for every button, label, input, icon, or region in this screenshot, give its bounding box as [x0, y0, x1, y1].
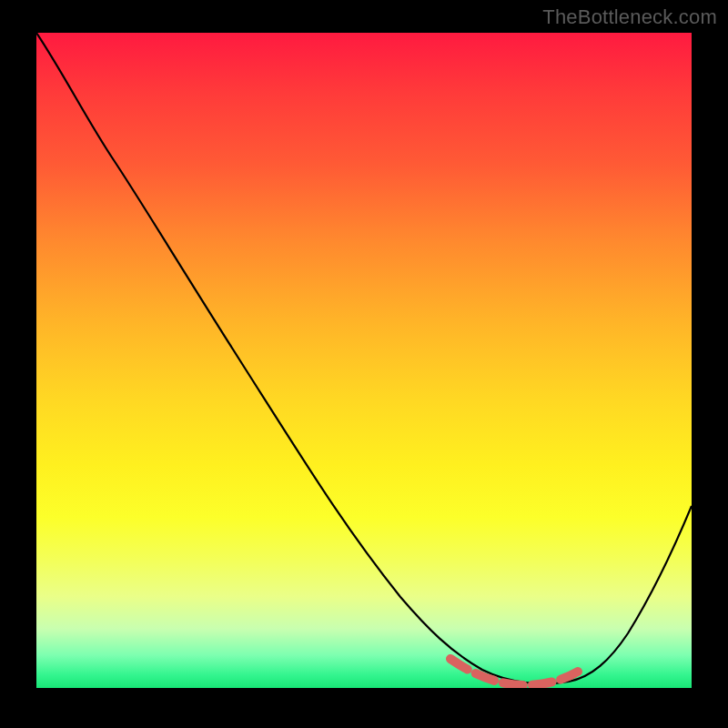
curve-layer: [36, 33, 692, 688]
bottleneck-curve: [36, 33, 692, 683]
plot-area: [36, 33, 692, 688]
chart-stage: TheBottleneck.com: [0, 0, 728, 728]
watermark-text: TheBottleneck.com: [542, 5, 717, 29]
